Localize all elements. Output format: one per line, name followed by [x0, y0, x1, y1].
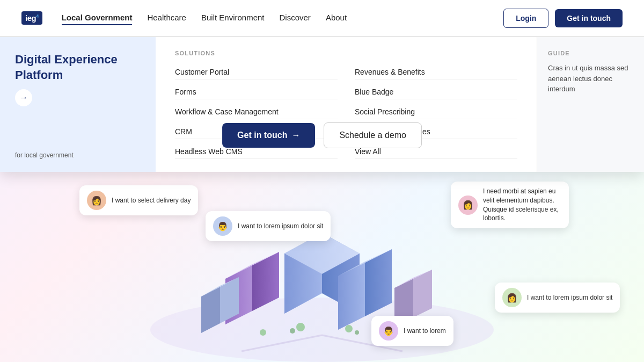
- dropdown-guide: Guide Cras in ut quis massa sed aenean l…: [537, 37, 644, 172]
- sol-revenues-benefits[interactable]: Revenues & Benefits: [355, 65, 517, 79]
- svg-point-18: [345, 325, 353, 332]
- get-in-touch-button-hero[interactable]: Get in touch →: [222, 123, 315, 148]
- sol-blue-badge[interactable]: Blue Badge: [355, 85, 517, 99]
- nav-link-built-env[interactable]: Built Environment: [201, 11, 265, 25]
- cta-touch-label: Get in touch: [237, 131, 287, 140]
- dropdown-solutions: SOLUTIONS Customer Portal Revenues & Ben…: [156, 37, 537, 172]
- login-button[interactable]: Login: [503, 9, 548, 28]
- bubble-text-2: I want to lorem ipsum dolor sit: [238, 222, 323, 231]
- avatar-5: 👨: [379, 321, 398, 341]
- arrow-right-icon: →: [291, 131, 300, 140]
- bubble-text-4: I want to lorem ipsum dolor sit: [527, 293, 612, 302]
- bubble-text-1: I want to select delivery day: [112, 196, 191, 205]
- avatar-1: 👩: [87, 191, 106, 210]
- sol-customer-portal[interactable]: Customer Portal: [175, 65, 338, 79]
- nav-right: Login Get in touch: [503, 9, 623, 28]
- svg-point-19: [355, 330, 359, 335]
- svg-point-17: [290, 328, 295, 334]
- sol-forms[interactable]: Forms: [175, 85, 338, 99]
- guide-text: Cras in ut quis massa sed aenean lectus …: [548, 63, 633, 95]
- bubble-text-3: I need morbi at sapien eu velit elementu…: [483, 187, 561, 223]
- get-in-touch-button-nav[interactable]: Get in touch: [555, 9, 623, 27]
- bubble-text-5: I want to lorem: [404, 327, 446, 336]
- chat-bubble-2: 👨 I want to lorem ipsum dolor sit: [206, 211, 331, 241]
- featured-title: Digital Experience Platform: [15, 52, 141, 83]
- nav-link-healthcare[interactable]: Healthcare: [147, 11, 186, 25]
- svg-point-20: [260, 329, 266, 336]
- schedule-demo-button[interactable]: Schedule a demo: [324, 122, 422, 148]
- dropdown-panel: Digital Experience Platform → for local …: [0, 37, 644, 172]
- nav-links: Local Government Healthcare Built Enviro…: [62, 11, 504, 25]
- nav-link-local-gov[interactable]: Local Government: [62, 11, 133, 25]
- chat-bubble-3: 👩 I need morbi at sapien eu velit elemen…: [451, 182, 569, 228]
- chat-bubble-1: 👩 I want to select delivery day: [79, 185, 198, 215]
- logo-ieg: ieg: [25, 13, 36, 23]
- avatar-2: 👨: [213, 216, 232, 236]
- logo-sup: 4: [36, 13, 39, 19]
- navbar: ieg4 Local Government Healthcare Built E…: [0, 0, 644, 37]
- logo[interactable]: ieg4: [21, 11, 42, 25]
- sol-social-prescribing[interactable]: Social Prescribing: [355, 105, 517, 119]
- svg-point-16: [296, 323, 305, 331]
- logo-text: ieg4: [21, 11, 42, 25]
- nav-link-discover[interactable]: Discover: [280, 11, 311, 25]
- chat-bubble-5: 👨 I want to lorem: [371, 316, 453, 346]
- hero-cta: Get in touch → Schedule a demo: [222, 122, 422, 148]
- avatar-3: 👩: [458, 196, 478, 215]
- nav-link-about[interactable]: About: [326, 11, 347, 25]
- featured-arrow-icon[interactable]: →: [15, 89, 32, 106]
- featured-tag: for local government: [15, 139, 141, 159]
- sol-workflow-case[interactable]: Workflow & Case Management: [175, 105, 338, 119]
- avatar-4: 👩: [502, 288, 522, 307]
- solutions-label: SOLUTIONS: [175, 50, 517, 56]
- dropdown-featured: Digital Experience Platform → for local …: [0, 37, 156, 172]
- chat-bubble-4: 👩 I want to lorem ipsum dolor sit: [495, 283, 620, 313]
- guide-label: Guide: [548, 50, 633, 56]
